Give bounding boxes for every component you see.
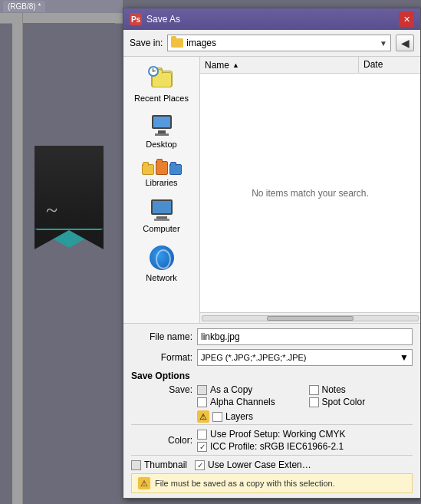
- dialog-title: Save As: [146, 14, 180, 25]
- save-options-grid: As a Copy Notes Alpha Channels: [197, 384, 413, 423]
- column-name-header[interactable]: Name ▲: [200, 57, 359, 73]
- notes-option: Notes: [309, 384, 413, 395]
- save-options-title: Save Options: [131, 371, 413, 381]
- document-tab[interactable]: (RGB/8) *: [3, 1, 45, 12]
- file-list-header: Name ▲ Date: [200, 57, 420, 74]
- color-row: Color: Use Proof Setup: Working CMYK ICC…: [131, 429, 413, 452]
- file-list-content: No items match your search.: [200, 74, 420, 312]
- icc-profile-checkbox[interactable]: [197, 442, 207, 452]
- tab-bar: (RGB/8) *: [0, 0, 123, 13]
- layers-checkbox[interactable]: [212, 412, 222, 422]
- monitor-screen: [151, 199, 173, 215]
- lower-case-checkbox[interactable]: [195, 460, 205, 470]
- ps-icon: Ps: [130, 13, 142, 25]
- computer-icon: [149, 199, 175, 221]
- sidebar-item-libraries[interactable]: Libraries: [123, 155, 199, 193]
- warning-bar: ⚠ File must be saved as a copy with this…: [131, 473, 413, 493]
- thumbnail-row: Thumbnail Use Lower Case Exten…: [131, 455, 413, 470]
- as-copy-checkbox[interactable]: [197, 385, 207, 395]
- desktop-label: Desktop: [146, 140, 176, 149]
- network-label: Network: [146, 273, 176, 282]
- sidebar-item-desktop[interactable]: Desktop: [123, 109, 199, 155]
- bookmark-notch: [35, 230, 104, 249]
- sort-arrow-icon: ▲: [232, 61, 239, 69]
- file-list-area: Name ▲ Date No items match your search.: [200, 57, 420, 323]
- file-name-input[interactable]: [197, 328, 413, 345]
- format-dropdown-arrow-icon: ▼: [400, 352, 409, 363]
- thumbnail-option: Thumbnail: [131, 460, 187, 470]
- dropdown-arrow-icon: ▼: [380, 39, 387, 48]
- canvas-area: ~: [23, 23, 115, 353]
- save-in-row: Save in: images ▼ ◀: [123, 30, 420, 57]
- save-in-dropdown[interactable]: images ▼: [167, 35, 391, 51]
- format-row: Format: JPEG (*.JPG;*.JPEG;*.JPE) ▼: [131, 349, 413, 366]
- color-options: Use Proof Setup: Working CMYK ICC Profil…: [197, 429, 413, 452]
- warning-icon: ⚠: [138, 477, 150, 489]
- file-name-row: File name:: [131, 328, 413, 345]
- nav-back-button[interactable]: ◀: [396, 35, 414, 51]
- no-items-text: No items match your search.: [252, 188, 369, 199]
- file-name-label: File name:: [131, 331, 192, 342]
- save-options-section: Save Options Save: As a Copy Notes: [131, 371, 413, 423]
- monitor-base: [154, 219, 169, 221]
- libraries-icon: [142, 161, 182, 175]
- icc-profile-label: ICC Profile: sRGB IEC61966-2.1: [210, 441, 344, 452]
- monitor-screen: [152, 115, 172, 129]
- sidebar-item-computer[interactable]: Computer: [123, 193, 199, 239]
- folder-icon: [171, 38, 183, 48]
- scrollbar-thumb[interactable]: [267, 316, 353, 321]
- alpha-channels-option: Alpha Channels: [197, 397, 301, 407]
- ruler-vertical: [12, 0, 23, 504]
- lower-case-label: Use Lower Case Exten…: [208, 460, 311, 470]
- save-checkboxes-row: Save: As a Copy Notes: [131, 384, 413, 423]
- dialog-titlebar: Ps Save As ✕: [123, 8, 420, 30]
- thumbnail-checkbox[interactable]: [131, 460, 141, 470]
- tab-label: (RGB/8) *: [8, 2, 41, 11]
- recent-places-icon: [148, 66, 176, 91]
- clock-icon: [148, 66, 159, 77]
- layers-warning-icon: ⚠: [197, 410, 209, 423]
- as-copy-label: As a Copy: [210, 384, 252, 395]
- sidebar-item-recent-places[interactable]: Recent Places: [123, 60, 199, 109]
- layers-label: Layers: [225, 411, 253, 422]
- dialog-main: Recent Places Desktop: [123, 57, 420, 324]
- save-in-label: Save in:: [130, 38, 163, 48]
- save-label: Save:: [131, 384, 192, 395]
- save-in-folder-name: images: [186, 38, 377, 48]
- dialog-bottom-form: File name: Format: JPEG (*.JPG;*.JPEG;*.…: [123, 324, 420, 498]
- spot-color-checkbox[interactable]: [309, 397, 319, 407]
- color-section: Color: Use Proof Setup: Working CMYK ICC…: [131, 424, 413, 452]
- save-as-dialog: Ps Save As ✕ Save in: images ▼ ◀ Recent …: [123, 8, 421, 499]
- format-label: Format:: [131, 352, 192, 363]
- column-date-header[interactable]: Date: [359, 57, 420, 73]
- format-dropdown[interactable]: JPEG (*.JPG;*.JPEG;*.JPE) ▼: [197, 349, 413, 366]
- close-button[interactable]: ✕: [399, 12, 414, 27]
- notes-checkbox[interactable]: [309, 385, 319, 395]
- computer-label: Computer: [143, 224, 179, 233]
- scrollbar-track: [202, 315, 419, 321]
- use-proof-option: Use Proof Setup: Working CMYK: [197, 429, 413, 440]
- network-icon: [150, 245, 174, 270]
- bookmark-shape: ~: [35, 146, 104, 245]
- libraries-label: Libraries: [145, 178, 177, 187]
- bookmark-wave: ~: [46, 198, 58, 222]
- use-proof-label: Use Proof Setup: Working CMYK: [210, 429, 346, 440]
- spot-color-label: Spot Color: [322, 397, 366, 407]
- sidebar-item-network[interactable]: Network: [123, 239, 199, 288]
- use-proof-checkbox[interactable]: [197, 430, 207, 440]
- format-value: JPEG (*.JPG;*.JPEG;*.JPE): [201, 353, 307, 362]
- monitor-base: [155, 133, 169, 136]
- places-sidebar: Recent Places Desktop: [123, 57, 200, 323]
- horizontal-scrollbar[interactable]: [200, 312, 420, 323]
- as-copy-option: As a Copy: [197, 384, 301, 395]
- alpha-channels-checkbox[interactable]: [197, 397, 207, 407]
- color-label: Color:: [131, 435, 192, 446]
- thumbnail-label: Thumbnail: [144, 460, 187, 470]
- layers-option: ⚠ Layers: [197, 410, 413, 423]
- spot-color-option: Spot Color: [309, 397, 413, 407]
- notes-label: Notes: [322, 384, 346, 395]
- warning-text: File must be saved as a copy with this s…: [155, 479, 335, 488]
- lower-case-option: Use Lower Case Exten…: [195, 460, 311, 470]
- options-grid: As a Copy Notes Alpha Channels: [197, 384, 413, 407]
- bookmark-body: [35, 146, 104, 230]
